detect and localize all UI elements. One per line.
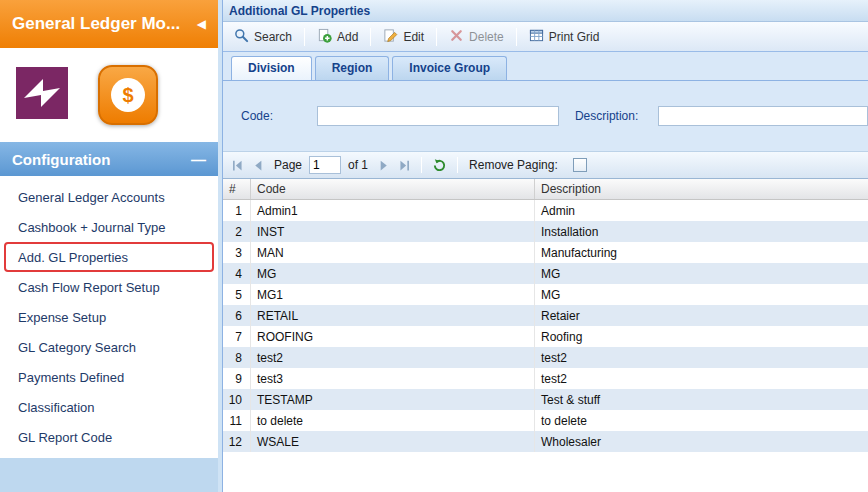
print-grid-button[interactable]: Print Grid [522, 25, 607, 49]
paging-separator [421, 157, 422, 173]
cell-number: 10 [223, 389, 251, 410]
remove-paging-checkbox[interactable] [573, 158, 587, 172]
sidebar-item[interactable]: Cash Flow Report Setup [4, 272, 214, 302]
configuration-section-header[interactable]: Configuration — [0, 142, 218, 176]
cell-code: to delete [251, 410, 535, 431]
print-grid-button-label: Print Grid [549, 30, 600, 44]
table-row[interactable]: 11 to delete to delete [223, 410, 868, 431]
tab-region[interactable]: Region [315, 56, 390, 80]
sidebar-item[interactable]: GL Category Search [4, 332, 214, 362]
print-grid-icon [529, 28, 544, 46]
first-page-icon[interactable] [229, 157, 246, 174]
collapse-section-icon[interactable]: — [191, 151, 206, 168]
grid-header: # Code Description [223, 179, 868, 200]
refresh-icon[interactable] [430, 156, 449, 175]
delete-button[interactable]: Delete [442, 25, 511, 49]
table-row[interactable]: 6 RETAIL Retaier [223, 305, 868, 326]
table-row[interactable]: 12 WSALE Wholesaler [223, 431, 868, 452]
sidebar-item-label: General Ledger Accounts [18, 190, 165, 205]
cell-code: MG1 [251, 284, 535, 305]
column-header-code[interactable]: Code [251, 179, 535, 199]
prev-page-icon[interactable] [250, 157, 267, 174]
table-row[interactable]: 2 INST Installation [223, 221, 868, 242]
cell-code: WSALE [251, 431, 535, 452]
tab-invoice-group[interactable]: Invoice Group [392, 56, 507, 80]
description-label: Description: [575, 109, 658, 123]
cell-description: test2 [535, 347, 868, 368]
cell-number: 6 [223, 305, 251, 326]
column-header-description[interactable]: Description [535, 179, 868, 199]
cell-code: MG [251, 263, 535, 284]
table-row[interactable]: 9 test3 test2 [223, 368, 868, 389]
cell-code: ROOFING [251, 326, 535, 347]
tab-division[interactable]: Division [231, 56, 312, 80]
cell-code: INST [251, 221, 535, 242]
dollar-icon: $ [111, 78, 145, 112]
tab-panel: Division Region Invoice Group Code: Desc… [223, 52, 868, 492]
cell-number: 11 [223, 410, 251, 431]
sidebar-collapse-icon[interactable]: ◀ [197, 17, 206, 31]
table-row[interactable]: 7 ROOFING Roofing [223, 326, 868, 347]
sidebar-item[interactable]: Add. GL Properties [4, 242, 214, 272]
page-count-label: of 1 [348, 158, 368, 172]
sidebar-item[interactable]: Classification [4, 392, 214, 422]
sidebar-item-label: Classification [18, 400, 95, 415]
cell-number: 12 [223, 431, 251, 452]
cell-code: Admin1 [251, 200, 535, 221]
table-row[interactable]: 1 Admin1 Admin [223, 200, 868, 221]
code-input[interactable] [317, 106, 559, 126]
cell-description: Retaier [535, 305, 868, 326]
edit-button[interactable]: Edit [376, 25, 431, 49]
table-row[interactable]: 8 test2 test2 [223, 347, 868, 368]
app-window: General Ledger Mo... ◀ $ Configuration —… [0, 0, 868, 492]
sidebar-item[interactable]: Payments Defined [4, 362, 214, 392]
toolbar-separator [370, 28, 371, 46]
cell-number: 1 [223, 200, 251, 221]
sidebar-item-label: Expense Setup [18, 310, 106, 325]
cell-number: 7 [223, 326, 251, 347]
ledger-app-icon[interactable]: $ [98, 65, 158, 125]
cell-number: 2 [223, 221, 251, 242]
cell-number: 5 [223, 284, 251, 305]
cell-code: test2 [251, 347, 535, 368]
sidebar-item-label: GL Report Code [18, 430, 112, 445]
sidebar-item[interactable]: GL Report Code [4, 422, 214, 452]
grid-body: 1 Admin1 Admin 2 INST Installation 3 [223, 200, 868, 492]
table-row[interactable]: 10 TESTAMP Test & stuff [223, 389, 868, 410]
cell-description: Manufacturing [535, 242, 868, 263]
search-button-label: Search [254, 30, 292, 44]
cell-number: 9 [223, 368, 251, 389]
cell-description: Test & stuff [535, 389, 868, 410]
cell-description: MG [535, 284, 868, 305]
paging-toolbar: Page of 1 [223, 151, 868, 179]
sidebar-logo-area: $ [0, 48, 218, 142]
last-page-icon[interactable] [396, 157, 413, 174]
cell-description: Admin [535, 200, 868, 221]
page-number-input[interactable] [309, 156, 341, 174]
sidebar-item-label: Cashbook + Journal Type [18, 220, 166, 235]
sidebar-item[interactable]: Expense Setup [4, 302, 214, 332]
company-logo-icon [16, 67, 68, 123]
sidebar-item-label: Cash Flow Report Setup [18, 280, 160, 295]
cell-description: to delete [535, 410, 868, 431]
add-icon [317, 28, 332, 46]
table-row[interactable]: 5 MG1 MG [223, 284, 868, 305]
sidebar-item-label: Payments Defined [18, 370, 124, 385]
table-row[interactable]: 3 MAN Manufacturing [223, 242, 868, 263]
column-header-number[interactable]: # [223, 179, 251, 199]
search-button[interactable]: Search [227, 25, 299, 49]
table-row[interactable]: 4 MG MG [223, 263, 868, 284]
description-input[interactable] [658, 106, 868, 126]
sidebar-item[interactable]: Cashbook + Journal Type [4, 212, 214, 242]
cell-number: 4 [223, 263, 251, 284]
page-title: Additional GL Properties [223, 0, 868, 22]
sidebar-menu: General Ledger Accounts Cashbook + Journ… [0, 176, 218, 458]
toolbar-separator [304, 28, 305, 46]
toolbar-separator [436, 28, 437, 46]
next-page-icon[interactable] [375, 157, 392, 174]
tab-strip: Division Region Invoice Group [223, 52, 868, 81]
add-button[interactable]: Add [310, 25, 365, 49]
sidebar: General Ledger Mo... ◀ $ Configuration —… [0, 0, 218, 492]
sidebar-item[interactable]: General Ledger Accounts [4, 182, 214, 212]
cell-number: 8 [223, 347, 251, 368]
